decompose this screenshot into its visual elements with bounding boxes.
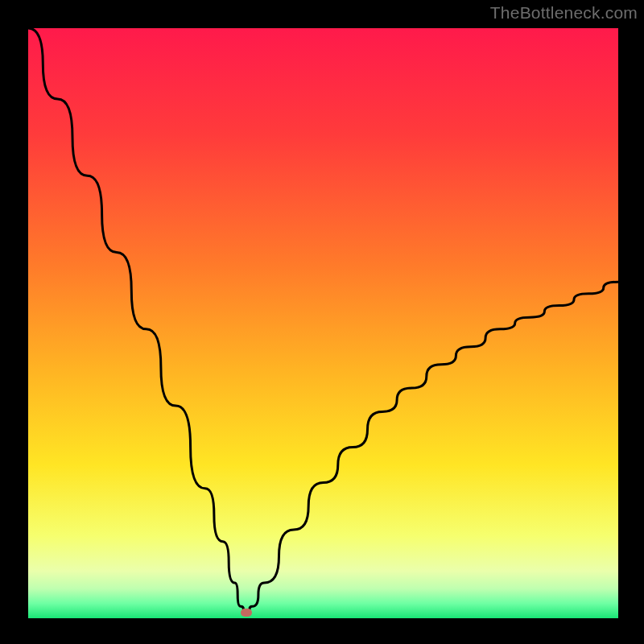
plot-area (28, 28, 618, 618)
curve-layer (28, 28, 618, 618)
bottleneck-curve (28, 28, 618, 613)
optimal-point-marker (241, 609, 252, 617)
watermark-text: TheBottleneck.com (490, 3, 638, 23)
chart-frame: TheBottleneck.com (0, 0, 644, 644)
